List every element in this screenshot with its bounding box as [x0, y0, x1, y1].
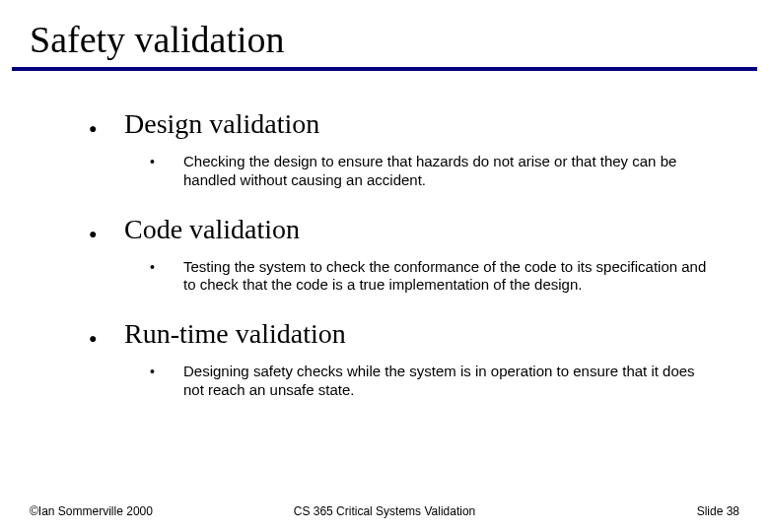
bullet-icon: ●	[89, 115, 103, 143]
footer-left: ©Ian Sommerville 2000	[30, 504, 153, 518]
list-item: ● Design validation • Checking the desig…	[89, 108, 720, 204]
sub-bullet-icon: •	[150, 363, 183, 379]
slide-title: Safety validation	[0, 0, 769, 67]
sub-bullet-icon: •	[150, 258, 183, 275]
list-item-label: Run-time validation	[124, 318, 346, 350]
list-item-head: ● Design validation	[89, 108, 720, 143]
sub-item: • Checking the design to ensure that haz…	[89, 143, 720, 204]
list-item-label: Design validation	[124, 108, 319, 140]
sub-item-text: Checking the design to ensure that hazar…	[183, 153, 716, 190]
sub-item-text: Testing the system to check the conforma…	[183, 258, 716, 296]
sub-item: • Designing safety checks while the syst…	[89, 353, 720, 414]
bullet-icon: ●	[89, 221, 103, 248]
bullet-icon: ●	[89, 325, 103, 353]
sub-bullet-icon: •	[150, 153, 183, 169]
list-item-head: ● Code validation	[89, 214, 720, 248]
list-item-label: Code validation	[124, 214, 300, 245]
slide: Safety validation ● Design validation • …	[0, 0, 769, 532]
list-item-head: ● Run-time validation	[89, 318, 720, 353]
slide-footer: ©Ian Sommerville 2000 CS 365 Critical Sy…	[0, 504, 769, 518]
sub-item: • Testing the system to check the confor…	[89, 248, 720, 309]
footer-right: Slide 38	[697, 504, 739, 518]
list-item: ● Code validation • Testing the system t…	[89, 214, 720, 309]
list-item: ● Run-time validation • Designing safety…	[89, 318, 720, 414]
sub-item-text: Designing safety checks while the system…	[183, 363, 716, 400]
slide-content: ● Design validation • Checking the desig…	[0, 71, 769, 414]
